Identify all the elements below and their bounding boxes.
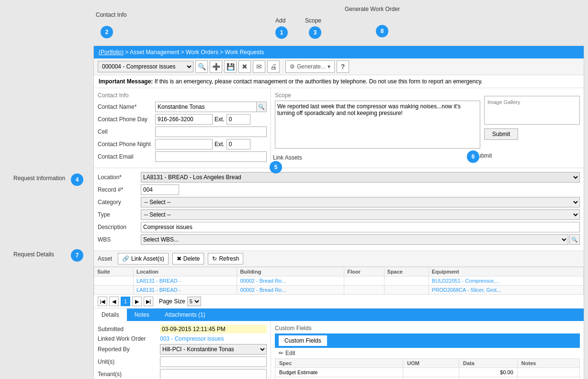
submitted-label: Submitted <box>98 326 160 333</box>
pagination-row: |◀ ◀ 1 ▶ ▶| Page Size 5 <box>94 295 584 308</box>
link-assets-label: Link Assets <box>273 154 302 161</box>
custom-fields-label: Custom Fields <box>275 325 580 332</box>
contact-name-input-wrapper: 🔍 <box>155 102 267 112</box>
contact-phone-night-label: Contact Phone Night <box>98 141 155 148</box>
units-input[interactable] <box>160 356 267 367</box>
generate-callout: 8 <box>376 25 388 37</box>
contact-phone-night-row: Contact Phone Night Ext. <box>98 139 267 149</box>
link-asset-button[interactable]: 🔗 Link Asset(s) <box>118 253 169 264</box>
submit-row: Submit <box>484 128 580 140</box>
main-container: (Portfolio) > Asset Management > Work Or… <box>93 46 584 379</box>
delete-icon: ✖ <box>177 255 181 262</box>
contact-phone-night-input[interactable] <box>155 139 213 149</box>
table-row: LA8131 - BREAD - 00002 - Bread Ro... PRO… <box>94 286 584 295</box>
ext-night-input[interactable] <box>226 139 250 149</box>
contact-email-input[interactable] <box>155 151 267 162</box>
link-icon: 🔗 <box>122 255 129 262</box>
description-input[interactable] <box>141 222 580 232</box>
tenants-input[interactable] <box>160 369 267 379</box>
tab-details[interactable]: Details <box>94 309 127 321</box>
record-input[interactable] <box>141 184 179 195</box>
next-page-btn[interactable]: ▶ <box>132 297 142 306</box>
add-button[interactable]: ➕ <box>210 60 222 73</box>
refresh-asset-button[interactable]: ↻ Refresh <box>208 253 243 264</box>
scope-textarea[interactable]: We reported last week that the compresso… <box>275 101 480 149</box>
contact-phone-day-input[interactable] <box>155 114 213 125</box>
search-button[interactable]: 🔍 <box>195 60 208 73</box>
scope-callout: 3 <box>309 26 321 39</box>
contact-name-row: Contact Name* 🔍 <box>98 102 267 112</box>
cf-edit-button[interactable]: ✏ Edit <box>279 350 295 356</box>
generate-button[interactable]: ⚙ Generate... ▾ <box>285 60 335 73</box>
refresh-icon: ↻ <box>212 255 217 262</box>
rd-content: Submitted 03-09-2015 12:11:45 PM Linked … <box>94 321 584 379</box>
location-label: Location* <box>98 174 141 181</box>
units-label: Unit(s) <box>98 358 160 365</box>
cf-col-notes: Notes <box>517 359 579 368</box>
contact-name-input[interactable] <box>155 102 256 112</box>
delete-asset-button[interactable]: ✖ Delete <box>172 253 204 264</box>
contact-email-label: Contact Email <box>98 153 155 160</box>
request-info-section: Location* LA8131 - BREAD - Los Angeles B… <box>94 168 584 251</box>
first-page-btn[interactable]: |◀ <box>98 297 107 306</box>
wbs-search-btn[interactable]: 🔍 <box>569 234 580 245</box>
record-select[interactable]: 000004 - Compressor issues <box>98 61 193 72</box>
edit-icon: ✏ <box>279 350 283 356</box>
contact-info-label: Contact Info <box>96 11 127 18</box>
scope-title: Scope <box>275 92 480 99</box>
chevron-down-icon: ▾ <box>328 63 330 70</box>
tenants-label: Tenant(s) <box>98 371 160 378</box>
request-details-section: Details Notes Attachments (1) Submitted … <box>94 309 584 379</box>
print-button[interactable]: 🖨 <box>267 60 280 73</box>
cf-row: Address To <box>275 377 580 379</box>
cell-row: Cell <box>98 126 267 137</box>
submit-button[interactable]: Submit <box>484 128 518 140</box>
email-button[interactable]: ✉ <box>253 60 265 73</box>
col-floor: Floor <box>344 267 384 276</box>
location-select[interactable]: LA8131 - BREAD - Los Angeles Bread <box>141 172 580 183</box>
request-info-form: Location* LA8131 - BREAD - Los Angeles B… <box>94 168 584 251</box>
ext-day-label: Ext. <box>215 116 225 123</box>
help-button[interactable]: ? <box>337 60 349 73</box>
type-select[interactable]: -- Select -- <box>141 209 580 220</box>
page-size-select[interactable]: 5 <box>187 297 201 306</box>
type-row: Type -- Select -- <box>98 209 580 220</box>
contact-info-title: Contact Info <box>98 92 267 99</box>
cell-input[interactable] <box>155 126 267 137</box>
col-building: Building <box>237 267 344 276</box>
category-select[interactable]: -- Select -- <box>141 197 580 207</box>
image-gallery-box: Image Gallery <box>484 96 580 125</box>
contact-name-search-btn[interactable]: 🔍 <box>256 102 267 112</box>
contact-info-panel: Contact Info Contact Name* 🔍 Contact Pho… <box>94 88 271 168</box>
cf-col-data: Data <box>459 359 518 368</box>
last-page-btn[interactable]: ▶| <box>144 297 153 306</box>
wbs-row: WBS Select WBS... 🔍 <box>98 234 580 245</box>
cf-tab[interactable]: Custom Fields <box>279 335 327 346</box>
add-label: Add <box>275 17 285 24</box>
ext-day-input[interactable] <box>226 114 250 125</box>
portfolio-link[interactable]: (Portfolio) <box>99 49 124 56</box>
page-1-btn[interactable]: 1 <box>121 297 130 306</box>
page-size-label: Page Size <box>159 298 185 305</box>
delete-button[interactable]: ✖ <box>238 60 251 73</box>
table-row: LA8131 - BREAD - 00002 - Bread Ro... BUL… <box>94 276 584 286</box>
contact-phone-day-label: Contact Phone Day <box>98 116 155 123</box>
cf-header: Custom Fields <box>275 333 580 348</box>
top-panels: Contact Info Contact Name* 🔍 Contact Pho… <box>94 88 584 168</box>
app-wrapper: Add 1 Contact Info 2 Scope 3 Generate Wo… <box>0 0 588 379</box>
wbs-select[interactable]: Select WBS... <box>141 234 568 245</box>
tab-notes[interactable]: Notes <box>127 309 157 321</box>
request-details-header: Details Notes Attachments (1) <box>94 309 584 321</box>
linked-wo-value[interactable]: 003 - Compressor issues <box>160 335 267 342</box>
contact-name-label: Contact Name* <box>98 103 155 110</box>
scope-label-callout: Scope <box>305 17 321 24</box>
add-callout: 1 <box>275 26 288 39</box>
tab-attachments[interactable]: Attachments (1) <box>157 309 213 321</box>
prev-page-btn[interactable]: ◀ <box>109 297 119 306</box>
submitted-value: 03-09-2015 12:11:45 PM <box>160 325 267 333</box>
wbs-label: WBS <box>98 236 141 243</box>
custom-fields-table: Spec UOM Data Notes Budget Estimate $0.0… <box>275 358 580 379</box>
reported-by-row: Reported By Hill-PCI - Konstantine Tonas <box>98 344 267 355</box>
save-button[interactable]: 💾 <box>224 60 237 73</box>
reported-by-select[interactable]: Hill-PCI - Konstantine Tonas <box>160 344 267 355</box>
